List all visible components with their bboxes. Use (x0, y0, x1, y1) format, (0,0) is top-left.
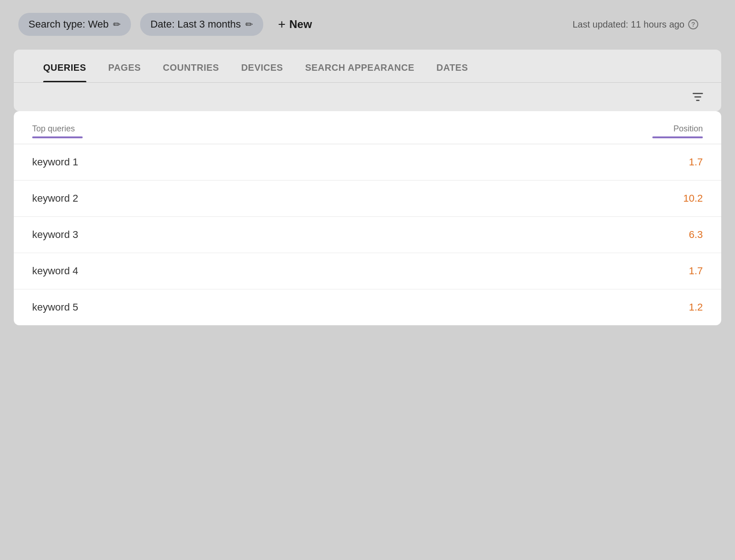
position-cell: 6.3 (629, 229, 703, 241)
date-edit-icon[interactable]: ✏ (245, 19, 253, 30)
position-cell: 1.7 (629, 156, 703, 168)
tab-countries[interactable]: COUNTRIES (152, 50, 230, 82)
table-row: keyword 3 6.3 (14, 217, 721, 253)
tab-pages[interactable]: PAGES (97, 50, 152, 82)
data-table-card: Top queries Position keyword 1 1.7 keywo… (14, 111, 721, 325)
new-button[interactable]: + New (272, 13, 317, 35)
table-header-row: Top queries Position (14, 111, 721, 144)
keyword-cell: keyword 1 (32, 156, 629, 168)
tab-dates[interactable]: DATES (425, 50, 479, 82)
position-cell: 10.2 (629, 192, 703, 204)
queries-underline (32, 136, 83, 138)
filter-bar (14, 83, 721, 111)
search-type-filter[interactable]: Search type: Web ✏ (18, 13, 131, 36)
help-icon[interactable]: ? (688, 19, 698, 29)
keyword-cell: keyword 2 (32, 192, 629, 204)
tab-devices[interactable]: DEVICES (230, 50, 294, 82)
keyword-cell: keyword 5 (32, 301, 629, 313)
col-queries-header: Top queries (32, 124, 629, 138)
position-underline (652, 136, 703, 138)
last-updated-text: Last updated: 11 hours ago (572, 19, 684, 30)
table-row: keyword 4 1.7 (14, 253, 721, 289)
search-type-label: Search type: Web (28, 18, 108, 30)
search-type-edit-icon[interactable]: ✏ (113, 19, 121, 30)
top-bar: Search type: Web ✏ Date: Last 3 months ✏… (0, 0, 735, 45)
new-label: New (289, 18, 312, 31)
table-row: keyword 5 1.2 (14, 289, 721, 325)
keyword-cell: keyword 4 (32, 265, 629, 277)
table-row: keyword 2 10.2 (14, 181, 721, 217)
keyword-cell: keyword 3 (32, 229, 629, 241)
position-cell: 1.2 (629, 301, 703, 313)
col-position-header: Position (629, 124, 703, 138)
tab-search-appearance[interactable]: SEARCH APPEARANCE (294, 50, 425, 82)
plus-icon: + (278, 17, 285, 32)
position-header-label: Position (629, 124, 703, 134)
last-updated: Last updated: 11 hours ago ? (572, 19, 698, 30)
queries-header-label: Top queries (32, 124, 629, 134)
tabs-row: QUERIES PAGES COUNTRIES DEVICES SEARCH A… (14, 50, 721, 83)
date-filter[interactable]: Date: Last 3 months ✏ (140, 13, 263, 36)
main-card: QUERIES PAGES COUNTRIES DEVICES SEARCH A… (14, 50, 721, 111)
tab-queries[interactable]: QUERIES (32, 50, 97, 82)
position-cell: 1.7 (629, 265, 703, 277)
date-label: Date: Last 3 months (150, 18, 241, 30)
table-filter-button[interactable] (691, 90, 705, 104)
table-row: keyword 1 1.7 (14, 144, 721, 181)
